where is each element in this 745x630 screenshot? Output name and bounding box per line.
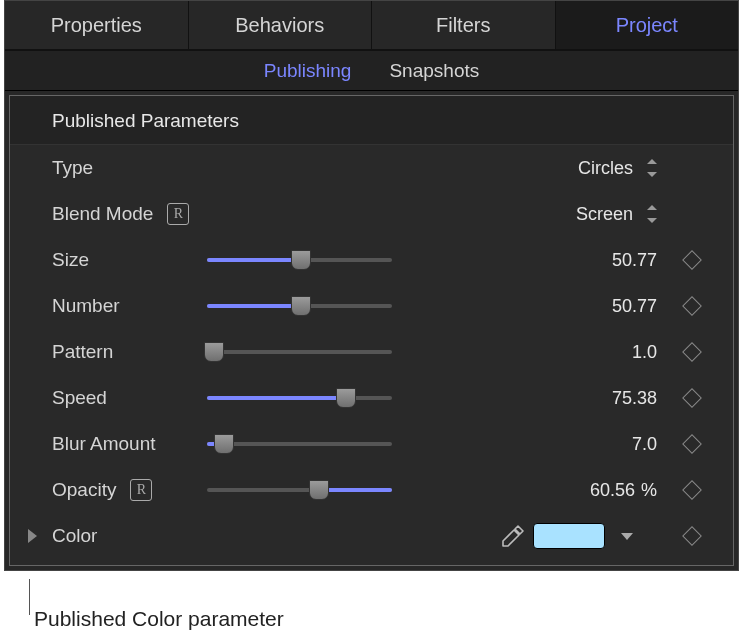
type-value: Circles [578,158,633,179]
published-parameters-section: Published Parameters Type Circles Blend … [9,95,734,566]
subtab-publishing[interactable]: Publishing [264,60,352,82]
param-label: Size [52,249,89,271]
blend-mode-value: Screen [576,204,633,225]
size-value[interactable]: 50.77 [612,250,657,271]
blend-mode-popup[interactable]: Screen [533,204,663,225]
color-well[interactable] [533,523,605,549]
rig-badge: R [167,203,189,225]
param-label: Blend Mode [52,203,153,225]
opacity-unit: % [641,480,657,501]
eyedropper-icon[interactable] [499,522,527,550]
param-row-number: Number 50.77 [10,283,733,329]
keyframe-icon[interactable] [682,434,702,454]
param-label: Pattern [52,341,113,363]
param-row-type: Type Circles [10,145,733,191]
param-label: Opacity [52,479,116,501]
tab-behaviors[interactable]: Behaviors [189,1,373,49]
param-label: Color [52,525,97,547]
keyframe-icon[interactable] [682,250,702,270]
popup-arrows-icon [645,160,657,176]
number-value[interactable]: 50.77 [612,296,657,317]
popup-arrows-icon [645,206,657,222]
param-label: Speed [52,387,107,409]
opacity-value[interactable]: 60.56 [590,480,635,501]
inspector-sub-tabs: Publishing Snapshots [5,51,738,91]
param-row-speed: Speed 75.38 [10,375,733,421]
param-label: Type [52,157,93,179]
section-title: Published Parameters [10,96,733,145]
keyframe-icon[interactable] [682,296,702,316]
param-row-blur: Blur Amount 7.0 [10,421,733,467]
type-popup[interactable]: Circles [533,158,663,179]
opacity-slider[interactable] [207,478,392,502]
rig-badge: R [130,479,152,501]
size-slider[interactable] [207,248,392,272]
number-slider[interactable] [207,294,392,318]
subtab-snapshots[interactable]: Snapshots [389,60,479,82]
param-row-color: Color [10,513,733,559]
blur-slider[interactable] [207,432,392,456]
callout-label: Published Color parameter [34,607,284,630]
speed-value[interactable]: 75.38 [612,388,657,409]
keyframe-icon[interactable] [682,526,702,546]
keyframe-icon[interactable] [682,480,702,500]
keyframe-icon[interactable] [682,342,702,362]
param-row-opacity: Opacity R 60.56 % [10,467,733,513]
disclosure-triangle-icon[interactable] [28,529,37,543]
speed-slider[interactable] [207,386,392,410]
tab-project[interactable]: Project [556,1,739,49]
param-row-pattern: Pattern 1.0 [10,329,733,375]
tab-properties[interactable]: Properties [5,1,189,49]
tab-filters[interactable]: Filters [372,1,556,49]
param-label: Blur Amount [52,433,156,455]
chevron-down-icon[interactable] [621,533,633,540]
param-row-blend-mode: Blend Mode R Screen [10,191,733,237]
callout-leader-line [29,579,30,615]
blur-value[interactable]: 7.0 [632,434,657,455]
param-label: Number [52,295,120,317]
param-row-size: Size 50.77 [10,237,733,283]
pattern-slider[interactable] [207,340,392,364]
pattern-value[interactable]: 1.0 [632,342,657,363]
callout: Published Color parameter [0,579,745,630]
inspector-panel: Properties Behaviors Filters Project Pub… [4,0,739,571]
inspector-top-tabs: Properties Behaviors Filters Project [5,1,738,51]
keyframe-icon[interactable] [682,388,702,408]
